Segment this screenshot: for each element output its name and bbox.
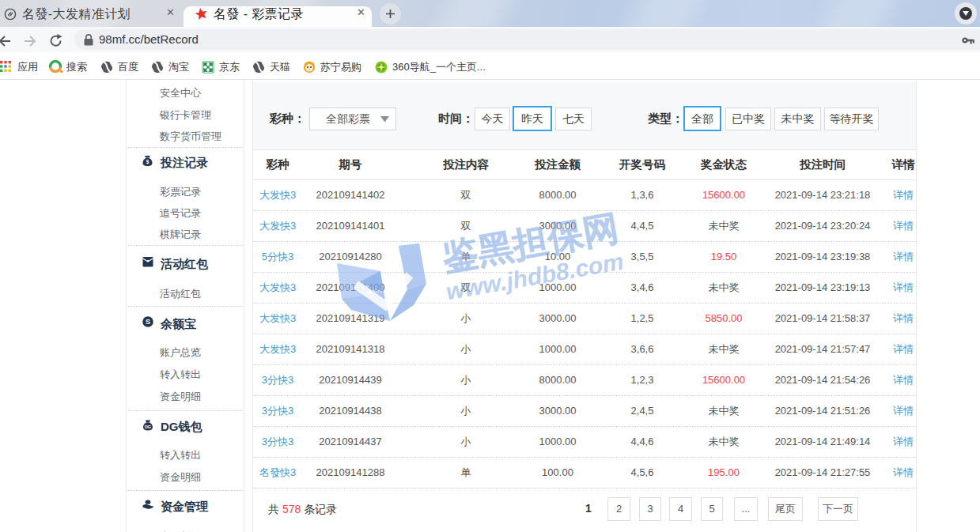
svg-text:$: $ bbox=[146, 159, 149, 165]
svg-text:S: S bbox=[146, 318, 150, 326]
svg-text:DG: DG bbox=[145, 424, 151, 429]
